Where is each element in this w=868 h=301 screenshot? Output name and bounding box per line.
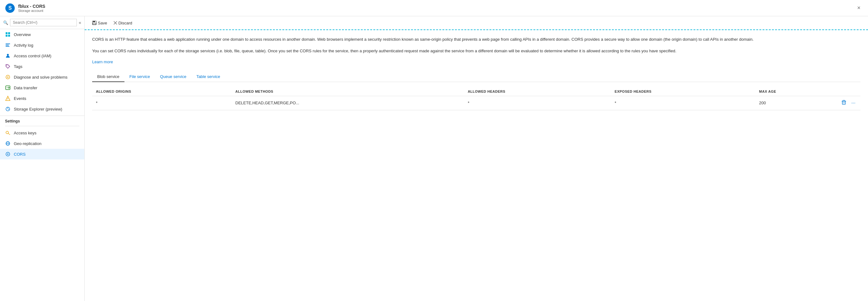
svg-rect-30: [842, 101, 845, 104]
access-keys-icon: [5, 130, 11, 136]
title-bar: S fblux - CORS Storage account ×: [0, 0, 868, 16]
main-content: CORS is an HTTP feature that enables a w…: [85, 30, 868, 301]
discard-label: Discard: [119, 21, 132, 25]
search-input[interactable]: [10, 19, 77, 26]
close-button[interactable]: ×: [855, 3, 863, 12]
cors-table-header: ALLOWED ORIGINS ALLOWED METHODS ALLOWED …: [92, 87, 861, 96]
sidebar-nav: Overview Activity log Access control (IA…: [0, 29, 84, 301]
settings-header: Settings: [0, 115, 84, 125]
table-row: * DELETE,HEAD,GET,MERGE,PO... * * 200: [92, 96, 861, 110]
title-bar-left: S fblux - CORS Storage account: [5, 3, 45, 13]
svg-rect-6: [6, 43, 10, 44]
svg-rect-34: [843, 100, 845, 101]
sidebar-item-activity-label: Activity log: [14, 43, 33, 47]
save-button[interactable]: Save: [90, 20, 110, 27]
tab-blob-service[interactable]: Blob service: [92, 72, 124, 82]
svg-rect-5: [8, 35, 10, 37]
sidebar-item-diagnose[interactable]: × Diagnose and solve problems: [0, 72, 84, 82]
sidebar-item-access-keys-label: Access keys: [14, 131, 36, 135]
app-subtitle: Storage account: [18, 9, 45, 12]
sidebar-item-iam-label: Access control (IAM): [14, 54, 52, 58]
more-icon: ···: [851, 100, 856, 106]
tab-queue-service[interactable]: Queue service: [155, 72, 191, 82]
cors-icon: [5, 151, 11, 157]
content-area: Save Discard CORS is an HTTP feature tha…: [85, 16, 868, 301]
sidebar-item-iam[interactable]: Access control (IAM): [0, 51, 84, 61]
title-text: fblux - CORS Storage account: [18, 4, 45, 12]
svg-rect-26: [93, 21, 95, 22]
cors-table: ALLOWED ORIGINS ALLOWED METHODS ALLOWED …: [92, 87, 861, 110]
sidebar-item-tags[interactable]: Tags: [0, 61, 84, 72]
diagnose-icon: ×: [5, 74, 11, 80]
sidebar-item-geo-replication[interactable]: Geo-replication: [0, 138, 84, 149]
events-icon: [5, 96, 11, 101]
save-icon: [92, 21, 97, 25]
activity-log-icon: [5, 42, 11, 48]
svg-point-10: [7, 65, 7, 66]
overview-icon: [5, 32, 11, 37]
svg-text:×: ×: [7, 75, 9, 79]
description-paragraph-1: CORS is an HTTP feature that enables a w…: [92, 36, 861, 43]
sidebar-item-access-keys[interactable]: Access keys: [0, 128, 84, 138]
sidebar: 🔍 « Overview Activity log: [0, 16, 85, 301]
storage-explorer-icon: [5, 106, 11, 112]
cell-row-actions: ···: [835, 96, 861, 110]
col-allowed-headers: ALLOWED HEADERS: [464, 87, 611, 96]
geo-replication-icon: [5, 141, 11, 146]
svg-rect-2: [6, 32, 7, 34]
cell-origins: *: [92, 96, 231, 110]
discard-icon: [114, 21, 117, 25]
svg-text:S: S: [8, 5, 12, 11]
cell-headers: *: [464, 96, 611, 110]
svg-rect-27: [93, 23, 96, 25]
sidebar-search-area: 🔍 «: [0, 16, 84, 29]
svg-point-16: [7, 99, 8, 100]
sidebar-item-overview-label: Overview: [14, 32, 31, 37]
svg-point-24: [7, 154, 8, 155]
sidebar-item-diagnose-label: Diagnose and solve problems: [14, 75, 67, 79]
svg-point-9: [7, 54, 9, 56]
sidebar-item-data-transfer-label: Data transfer: [14, 86, 37, 90]
sidebar-item-activity-log[interactable]: Activity log: [0, 40, 84, 51]
sidebar-item-tags-label: Tags: [14, 64, 22, 69]
svg-line-19: [8, 133, 10, 135]
col-max-age: MAX AGE: [755, 87, 835, 96]
sidebar-item-data-transfer[interactable]: Data transfer: [0, 82, 84, 93]
tab-table-service[interactable]: Table service: [191, 72, 225, 82]
tags-icon: [5, 64, 11, 69]
discard-button[interactable]: Discard: [111, 20, 135, 27]
main-layout: 🔍 « Overview Activity log: [0, 16, 868, 301]
sidebar-item-geo-label: Geo-replication: [14, 141, 41, 146]
settings-divider: [5, 126, 79, 126]
delete-row-button[interactable]: [840, 99, 848, 107]
svg-point-18: [6, 131, 8, 134]
svg-rect-7: [6, 45, 9, 45]
cell-maxage: 200: [755, 96, 835, 110]
app-icon: S: [5, 3, 15, 13]
svg-rect-4: [6, 35, 7, 37]
cell-methods: DELETE,HEAD,GET,MERGE,PO...: [231, 96, 464, 110]
more-options-button[interactable]: ···: [850, 100, 857, 106]
service-tabs: Blob service File service Queue service …: [92, 72, 861, 82]
row-actions-container: ···: [840, 99, 857, 107]
sidebar-item-storage-explorer-label: Storage Explorer (preview): [14, 107, 62, 111]
sidebar-item-storage-explorer[interactable]: Storage Explorer (preview): [0, 104, 84, 114]
col-exposed-headers: EXPOSED HEADERS: [611, 87, 755, 96]
search-icon: 🔍: [3, 20, 8, 25]
sidebar-item-events[interactable]: Events: [0, 93, 84, 104]
tab-file-service[interactable]: File service: [124, 72, 155, 82]
cors-table-header-row: ALLOWED ORIGINS ALLOWED METHODS ALLOWED …: [92, 87, 861, 96]
collapse-sidebar-button[interactable]: «: [79, 20, 81, 25]
col-allowed-origins: ALLOWED ORIGINS: [92, 87, 231, 96]
col-actions: [835, 87, 861, 96]
sidebar-item-events-label: Events: [14, 96, 26, 101]
app-title: fblux - CORS: [18, 4, 45, 9]
col-allowed-methods: ALLOWED METHODS: [231, 87, 464, 96]
learn-more-link[interactable]: Learn more: [92, 60, 113, 64]
cors-table-body: * DELETE,HEAD,GET,MERGE,PO... * * 200: [92, 96, 861, 110]
iam-icon: [5, 53, 11, 59]
svg-rect-3: [8, 32, 10, 34]
sidebar-item-overview[interactable]: Overview: [0, 29, 84, 40]
description-paragraph-2: You can set CORS rules individually for …: [92, 48, 861, 55]
sidebar-item-cors[interactable]: CORS: [0, 149, 84, 160]
